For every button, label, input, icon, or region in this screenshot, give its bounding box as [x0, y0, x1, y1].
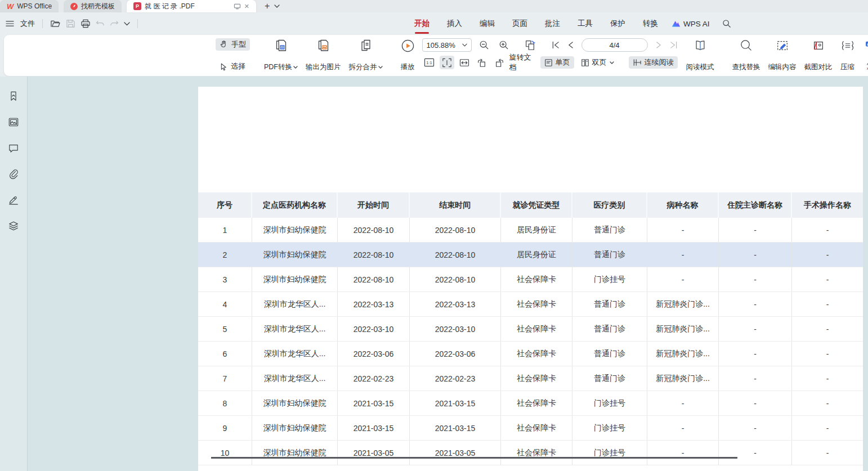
menu-item[interactable]: 保护 [610, 17, 626, 30]
table-cell: - [719, 342, 792, 366]
sidebar-layers-button[interactable] [6, 218, 21, 233]
find-replace-button[interactable]: 查找替换 [728, 38, 764, 73]
tab-wps-office[interactable]: W WPS Office [0, 0, 59, 12]
bookmark-icon [8, 91, 19, 102]
tab-label: WPS Office [17, 2, 52, 10]
table-cell: 2022-08-10 [410, 267, 501, 291]
undo-icon[interactable] [96, 20, 105, 28]
menu-item[interactable]: 开始 [414, 17, 430, 30]
pdf-file-icon: P [133, 2, 141, 10]
table-cell: 2022-08-10 [410, 243, 501, 267]
table-cell: 新冠肺炎门诊... [647, 366, 719, 391]
select-tool-button[interactable]: 选择 [216, 60, 250, 73]
table-cell: - [647, 267, 719, 291]
table-cell: 普通门诊 [572, 292, 647, 316]
double-page-button[interactable]: 双页 [577, 56, 618, 69]
screenshot-compare-button[interactable]: 截图对比 [800, 38, 836, 73]
table-cell: 普通门诊 [572, 243, 647, 267]
zoom-out-button[interactable] [477, 38, 491, 52]
rotate-right-button[interactable] [492, 56, 507, 69]
save-icon[interactable] [66, 19, 75, 28]
fit-page-icon [442, 58, 452, 68]
table-cell: - [792, 441, 863, 465]
page-swap-button[interactable] [523, 38, 538, 52]
screenshot-compare-icon [812, 39, 825, 52]
play-button[interactable]: 播放 [397, 38, 419, 73]
tab-close-icon[interactable]: ✕ [244, 3, 249, 10]
hamburger-icon[interactable] [6, 20, 14, 27]
table-cell: 社会保障卡 [501, 317, 572, 341]
tab-list-chevron-icon[interactable] [274, 5, 280, 8]
compress-button[interactable]: 压缩 [836, 38, 859, 73]
ribbon-toolbar: 手型 选择 W PDF转换 输出为图片 拆分合并 播放 105.88% [4, 35, 868, 76]
last-page-button[interactable] [669, 41, 678, 49]
full-translate-icon: A文 [865, 41, 868, 49]
rotate-doc-label[interactable]: 旋转文档 [509, 52, 532, 73]
table-header-cell: 序号 [198, 192, 252, 218]
zoom-level-select[interactable]: 105.88% [422, 38, 472, 52]
export-image-button[interactable]: 输出为图片 [302, 38, 345, 73]
edit-content-button[interactable]: 编辑内容 [764, 38, 800, 73]
table-cell: - [719, 391, 792, 415]
quick-access-chevron-icon[interactable] [124, 22, 130, 26]
tab-label: 找稻壳模板 [81, 2, 115, 11]
table-cell: - [647, 391, 719, 415]
menu-item[interactable]: 编辑 [479, 17, 495, 30]
pdf-convert-button[interactable]: W PDF转换 [260, 38, 302, 73]
menu-item[interactable]: 转换 [642, 17, 659, 30]
sidebar-bookmark-button[interactable] [6, 89, 21, 104]
sidebar-attachment-button[interactable] [6, 167, 21, 181]
table-cell: 普通门诊 [572, 342, 647, 366]
table-header-cell: 病种名称 [647, 192, 719, 218]
menu-item[interactable]: 批注 [544, 17, 561, 30]
table-cell: 2021-03-15 [410, 416, 501, 440]
hand-tool-button[interactable]: 手型 [216, 38, 250, 51]
menu-item[interactable]: 插入 [446, 17, 463, 30]
new-tab-button[interactable]: + [265, 1, 270, 11]
sidebar-signature-button[interactable] [6, 192, 21, 207]
table-cell: 2022-02-23 [410, 366, 501, 391]
prev-page-button[interactable] [568, 41, 574, 49]
fit-width-button[interactable] [457, 56, 472, 69]
svg-text:W: W [281, 46, 284, 49]
menu-search-icon[interactable] [722, 19, 731, 28]
fit-width-icon [459, 59, 469, 67]
open-file-icon[interactable] [50, 19, 61, 28]
table-cell: 普通门诊 [572, 218, 647, 242]
table-cell: 10 [198, 441, 252, 465]
tab-screen-icon[interactable] [234, 3, 241, 10]
print-icon[interactable] [80, 19, 91, 28]
word-translate-button[interactable]: xA 划词翻译 [861, 60, 868, 73]
full-translate-button[interactable]: A文 全文翻译 [861, 38, 868, 51]
table-cell: 居民身份证 [501, 243, 572, 267]
next-page-button[interactable] [656, 41, 661, 49]
menu-list: 开始插入编辑页面批注工具保护转换 [414, 12, 659, 35]
single-page-button[interactable]: 单页 [540, 56, 574, 69]
chevron-down-icon [462, 43, 467, 47]
tab-document-active[interactable]: P 就 医 记 录 .PDF ✕ [127, 0, 256, 12]
table-cell: 社会保障卡 [501, 342, 572, 366]
fit-page-button[interactable] [440, 56, 454, 69]
rotate-left-button[interactable] [475, 56, 489, 69]
edit-content-icon [776, 39, 789, 52]
actual-size-button[interactable]: 1:1 [422, 56, 437, 69]
table-cell: - [647, 441, 719, 465]
file-menu-button[interactable]: 文件 [20, 19, 35, 29]
book-icon [693, 39, 707, 52]
table-cell: 2022-08-10 [410, 218, 501, 242]
table-cell: 2021-03-05 [338, 441, 410, 465]
first-page-button[interactable] [552, 41, 560, 49]
zoom-in-button[interactable] [496, 38, 511, 52]
table-cell: - [792, 391, 863, 415]
read-mode-button[interactable]: 阅读模式 [682, 38, 718, 73]
split-merge-button[interactable]: 拆分合并 [345, 38, 387, 73]
page-number-input[interactable]: 4/4 [581, 38, 648, 52]
sidebar-comment-button[interactable] [6, 141, 21, 155]
sidebar-thumbnail-button[interactable] [6, 115, 21, 129]
wps-ai-button[interactable]: WPS AI [672, 20, 710, 28]
tab-docer-templates[interactable]: 找稻壳模板 [64, 0, 122, 12]
menu-item[interactable]: 页面 [512, 17, 528, 30]
menu-item[interactable]: 工具 [577, 17, 593, 30]
continuous-read-button[interactable]: 连续阅读 [629, 56, 678, 69]
redo-icon[interactable] [110, 20, 119, 28]
